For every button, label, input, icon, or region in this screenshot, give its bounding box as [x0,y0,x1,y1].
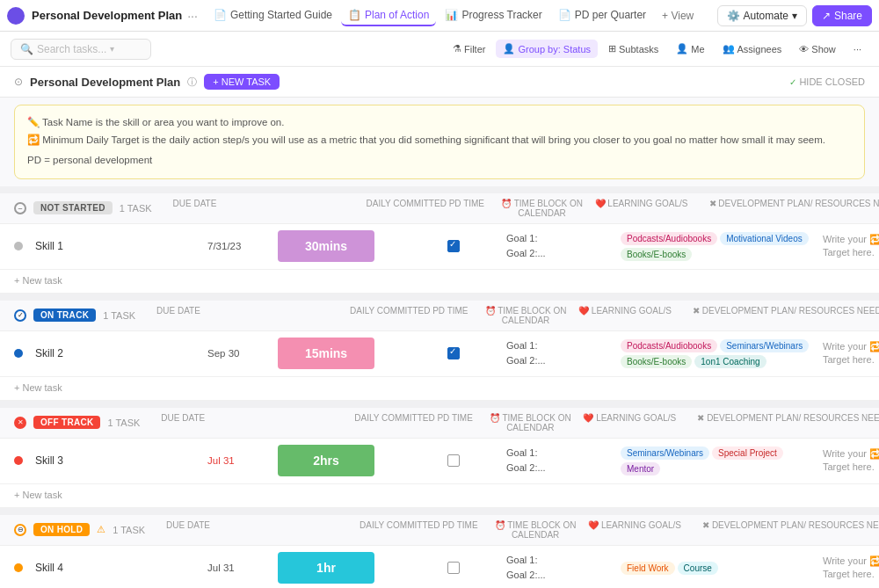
project-header: ⊙ Personal Development Plan ⓘ + NEW TASK… [0,67,879,98]
filter-icon: ⚗ [453,43,461,54]
task-dev-plan: Podcasts/Audiobooks Seminars/Webinars Bo… [621,336,823,372]
task-minimum: Write your 🔁 Minimum Target here. [823,555,879,582]
search-placeholder: Search tasks... [37,43,106,55]
section-divider [0,508,879,515]
assignees-button[interactable]: 👥 Assignees [716,40,789,58]
on-hold-warning-icon: ⚠ [97,524,105,535]
status-dot [14,349,23,358]
status-dot [14,563,23,572]
section-divider [0,294,879,301]
not-started-badge: NOT STARTED [33,201,113,214]
time-block-checkbox[interactable] [447,454,460,467]
add-task-row[interactable]: + New task [0,270,879,294]
tab-list: 📄 Getting Started Guide 📋 Plan of Action… [207,5,701,26]
task-dev-plan: Seminars/Webinars Special Project Mentor [621,443,823,479]
col-headers-off-track: DUE DATE DAILY COMMITTED PD TIME ⏰ TIME … [161,413,829,432]
section-header-on-track: ✓ ON TRACK 1 TASK DUE DATE DAILY COMMITT… [0,301,879,331]
more-options-button[interactable]: ··· [846,40,868,58]
task-time-block[interactable] [401,454,506,467]
share-button[interactable]: ↗ Share [812,5,872,26]
add-view-btn[interactable]: + View [655,6,701,25]
add-task-row[interactable]: + New task [0,484,879,508]
notice-line-2: 🔁 Minimum Daily Target is the daily acti… [27,132,852,149]
col-headers-on-track: DUE DATE DAILY COMMITTED PD TIME ⏰ TIME … [156,306,825,325]
section-divider [0,186,879,193]
task-time-block[interactable] [401,347,506,359]
on-track-toggle-icon[interactable]: ✓ [14,309,26,322]
group-icon: 👤 [503,43,515,54]
task-due-date: Sep 30 [207,348,278,359]
me-icon: 👤 [676,43,688,54]
section-not-started: – NOT STARTED 1 TASK DUE DATE DAILY COMM… [0,186,879,294]
task-time-block[interactable] [401,562,506,574]
tab-getting-started[interactable]: 📄 Getting Started Guide [207,5,339,26]
dev-tag: Seminars/Webinars [621,446,709,460]
task-learning-goals: Goal 1:Goal 2:... [506,553,621,584]
subtasks-button[interactable]: ⊞ Subtasks [601,40,665,58]
time-block-checkbox[interactable] [447,562,460,574]
dev-tag: Books/E-books [621,355,692,368]
table-row: Skill 4 Jul 31 1hr Goal 1:Goal 2:... Fie… [0,546,879,588]
task-pd-time: 30mins [278,230,401,262]
table-row: Skill 1 7/31/23 30mins Goal 1:Goal 2:...… [0,224,879,270]
top-bar: Personal Development Plan ··· 📄 Getting … [0,0,879,32]
notice-line-1: ✏️ Task Name is the skill or area you wa… [27,114,852,132]
checklist-icon: 📋 [348,9,361,21]
add-task-row[interactable]: + New task [0,377,879,401]
filter-button[interactable]: ⚗ Filter [446,40,492,58]
project-info-icon[interactable]: ⓘ [187,76,197,89]
project-expand-icon[interactable]: ⊙ [14,76,23,88]
filter-actions: ⚗ Filter 👤 Group by: Status ⊞ Subtasks 👤… [446,40,868,58]
new-task-button[interactable]: + NEW TASK [204,74,280,90]
tab-pd-per-quarter[interactable]: 📄 PD per Quarter [551,5,653,26]
task-pd-time: 15mins [278,338,401,369]
task-learning-goals: Goal 1:Goal 2:... [506,338,621,369]
hide-closed-button[interactable]: ✓ HIDE CLOSED [789,76,865,87]
task-minimum: Write your 🔁 Minimum Target here. [823,447,879,475]
search-box[interactable]: 🔍 Search tasks... ▾ [11,39,151,60]
table-row: Skill 3 Jul 31 2hrs Goal 1:Goal 2:... Se… [0,439,879,484]
dev-tag: Mentor [621,462,660,475]
task-time-block[interactable] [401,240,506,252]
on-hold-toggle-icon[interactable]: ⊖ [14,524,26,536]
dots-icon: ··· [854,44,861,54]
show-button[interactable]: 👁 Show [792,40,843,58]
chevron-down-icon: ▾ [792,10,797,22]
on-hold-badge: ON HOLD [33,523,90,536]
dev-tag: Field Work [621,562,675,575]
off-track-badge: OFF TRACK [33,416,100,429]
section-off-track: ✕ OFF TRACK 1 TASK DUE DATE DAILY COMMIT… [0,401,879,508]
assignees-icon: 👥 [723,43,735,54]
tab-plan-of-action[interactable]: 📋 Plan of Action [341,5,436,26]
automate-icon: ⚙️ [727,10,740,22]
on-hold-count: 1 TASK [113,525,145,535]
automate-button[interactable]: ⚙️ Automate ▾ [717,5,807,26]
section-header-off-track: ✕ OFF TRACK 1 TASK DUE DATE DAILY COMMIT… [0,408,879,439]
tab-progress-tracker[interactable]: 📊 Progress Tracker [438,5,548,26]
task-pd-time: 2hrs [278,445,401,476]
app-icon [7,7,25,25]
task-name: Skill 4 [14,562,207,574]
off-track-count: 1 TASK [107,417,140,428]
section-header-on-hold: ⊖ ON HOLD ⚠ 1 TASK DUE DATE DAILY COMMIT… [0,515,879,546]
section-divider [0,401,879,408]
pd-pill: 15mins [278,338,374,369]
title-dots[interactable]: ··· [187,9,198,23]
dev-tag: Course [678,562,718,575]
pd-pill: 1hr [278,552,374,584]
task-pd-time: 1hr [278,552,401,584]
dev-tag: Books/E-books [621,248,692,261]
me-button[interactable]: 👤 Me [669,40,711,58]
search-icon: 🔍 [20,43,33,55]
time-block-checkbox[interactable] [447,240,460,252]
pd-pill: 2hrs [278,445,374,476]
main-content: ⊙ Personal Development Plan ⓘ + NEW TASK… [0,67,879,588]
task-name: Skill 1 [14,240,207,252]
task-due-date: Jul 31 [207,563,278,573]
on-track-count: 1 TASK [103,310,135,321]
time-block-checkbox[interactable] [447,347,460,359]
group-by-button[interactable]: 👤 Group by: Status [496,40,598,58]
off-track-toggle-icon[interactable]: ✕ [14,417,26,429]
not-started-toggle-icon[interactable]: – [14,202,26,214]
dev-tag: Podcasts/Audiobooks [621,339,717,352]
